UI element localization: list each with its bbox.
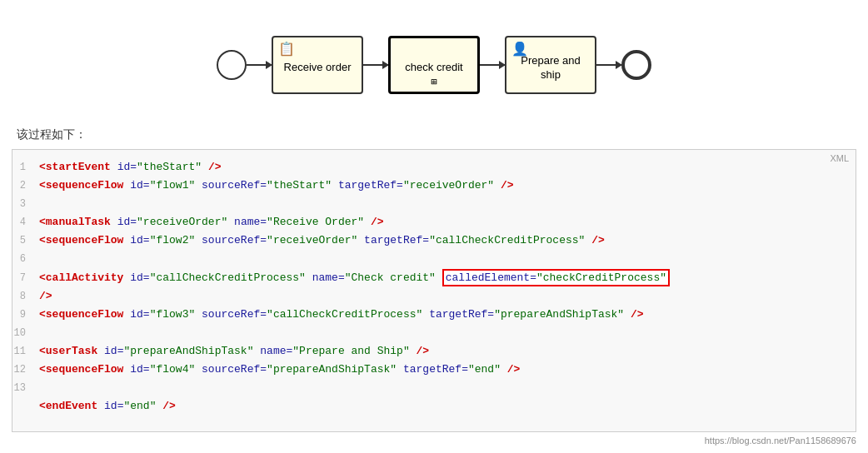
code-line-11: 11 <userTask id="prepareAndShipTask" nam…: [12, 342, 847, 361]
task-icon-prepare: 👤: [511, 41, 528, 57]
line-num-6: 6: [12, 251, 39, 267]
line-num-7: 7: [12, 270, 39, 286]
arrow-2: [363, 64, 388, 66]
code-line-7: 7 <callActivity id="callCheckCreditProce…: [12, 269, 847, 287]
arrow-3: [480, 64, 505, 66]
line-content-14: <endEvent id="end" />: [39, 397, 847, 416]
line-content-8: />: [39, 287, 847, 306]
line-num-2: 2: [12, 177, 39, 194]
code-line-9: 9 <sequenceFlow id="flow3" sourceRef="ca…: [12, 306, 847, 324]
xml-panel: XML 1 <startEvent id="theStart" /> 2 <se…: [12, 149, 856, 432]
line-num-1: 1: [12, 159, 39, 176]
receive-order-task: 📋 Receive order: [272, 36, 363, 94]
line-num-13: 13: [12, 380, 39, 396]
line-content-6: [39, 250, 847, 268]
line-num-11: 11: [12, 343, 39, 360]
line-content-12: <sequenceFlow id="flow4" sourceRef="prep…: [39, 361, 847, 379]
description-text: 该过程如下：: [0, 121, 868, 149]
line-num-10: 10: [12, 325, 39, 341]
prepare-ship-task: 👤 Prepare and ship: [505, 36, 596, 94]
line-num-5: 5: [12, 232, 39, 249]
code-line-13: 13: [12, 379, 847, 397]
check-credit-label: check credit: [400, 61, 467, 75]
line-content-5: <sequenceFlow id="flow2" sourceRef="rece…: [39, 231, 847, 250]
line-content-13: [39, 379, 847, 397]
line-content-7: <callActivity id="callCheckCreditProcess…: [39, 269, 847, 287]
start-event: [217, 50, 247, 80]
line-num-12: 12: [12, 361, 39, 378]
end-event: [621, 50, 651, 80]
line-content-4: <manualTask id="receiveOrder" name="Rece…: [39, 213, 847, 231]
line-num-9: 9: [12, 306, 39, 323]
code-line-6: 6: [12, 250, 847, 268]
code-line-5: 5 <sequenceFlow id="flow2" sourceRef="re…: [12, 231, 847, 250]
check-credit-task: check credit ⊞: [388, 36, 480, 94]
code-line-14: <endEvent id="end" />: [12, 397, 847, 416]
line-content-3: [39, 195, 847, 213]
line-num-8: 8: [12, 288, 39, 305]
code-line-3: 3: [12, 195, 847, 213]
task-marker-credit: ⊞: [431, 76, 436, 88]
arrow-1: [247, 64, 272, 66]
code-block: 1 <startEvent id="theStart" /> 2 <sequen…: [12, 150, 856, 424]
watermark: https://blog.csdn.net/Pan1158689676: [0, 432, 868, 449]
line-content-11: <userTask id="prepareAndShipTask" name="…: [39, 342, 847, 361]
code-line-1: 1 <startEvent id="theStart" />: [12, 158, 847, 177]
task-icon-receive: 📋: [278, 41, 295, 57]
code-line-12: 12 <sequenceFlow id="flow4" sourceRef="p…: [12, 361, 847, 379]
receive-order-label: Receive order: [279, 61, 357, 75]
line-num-3: 3: [12, 196, 39, 212]
line-num-4: 4: [12, 214, 39, 231]
code-line-10: 10: [12, 324, 847, 342]
line-content-2: <sequenceFlow id="flow1" sourceRef="theS…: [39, 177, 847, 195]
flow-container: 📋 Receive order check credit ⊞ 👤 Prepare…: [217, 36, 651, 94]
line-content-9: <sequenceFlow id="flow3" sourceRef="call…: [39, 306, 847, 324]
watermark-text: https://blog.csdn.net/Pan1158689676: [705, 436, 856, 446]
arrow-4: [596, 64, 621, 66]
description-label: 该过程如下：: [17, 127, 87, 141]
line-content-1: <startEvent id="theStart" />: [39, 158, 847, 177]
xml-label: XML: [830, 153, 849, 163]
prepare-ship-label: Prepare and ship: [506, 54, 595, 82]
code-line-4: 4 <manualTask id="receiveOrder" name="Re…: [12, 213, 847, 231]
code-line-8: 8 />: [12, 287, 847, 306]
code-line-2: 2 <sequenceFlow id="flow1" sourceRef="th…: [12, 177, 847, 195]
line-content-10: [39, 324, 847, 342]
bpmn-diagram: 📋 Receive order check credit ⊞ 👤 Prepare…: [0, 0, 868, 121]
